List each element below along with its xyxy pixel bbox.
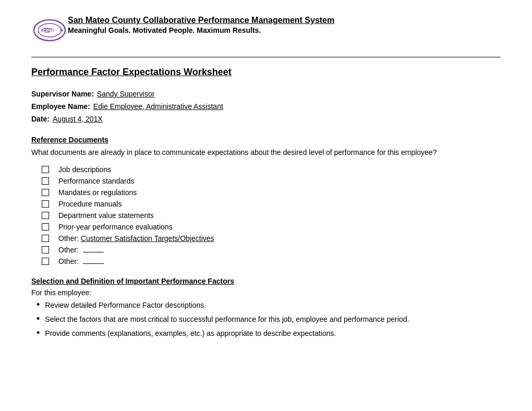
bullet-icon-3: • xyxy=(37,328,40,339)
list-item: Other: xyxy=(42,246,501,254)
other-link-1[interactable]: Customer Satisfaction Targets/Objectives xyxy=(81,234,214,243)
checkbox-label-performance-standards: Performance standards xyxy=(58,177,135,185)
checkbox-dept-value[interactable] xyxy=(42,212,49,219)
supervisor-line: Supervisor Name: Sandy Supervisor xyxy=(31,88,501,101)
selection-section-title: Selection and Definition of Important Pe… xyxy=(31,277,501,285)
header-title: San Mateo County Collaborative Performan… xyxy=(68,16,334,25)
list-item: Performance standards xyxy=(42,177,501,185)
employee-value: Edie Employee, Administrative Assistant xyxy=(93,101,223,113)
date-value: August 4, 201X xyxy=(53,113,103,126)
checkbox-mandates[interactable] xyxy=(42,189,49,196)
checkbox-label-other-1: Other: Customer Satisfaction Targets/Obj… xyxy=(58,234,214,243)
header-text-block: San Mateo County Collaborative Performan… xyxy=(68,16,334,34)
date-line: Date: August 4, 201X xyxy=(31,113,501,126)
selection-section: Selection and Definition of Important Pe… xyxy=(31,277,501,339)
checkbox-label-other-3: Other: xyxy=(58,257,104,265)
list-item: Job descriptions xyxy=(42,165,501,174)
reference-documents-title: Reference Documents xyxy=(31,136,501,144)
list-item: Mandates or regulations xyxy=(42,188,501,197)
bullet-icon-1: • xyxy=(37,300,40,310)
date-label: Date: xyxy=(31,113,50,126)
header-divider xyxy=(31,57,501,57)
page-title: Performance Factor Expectations Workshee… xyxy=(31,67,501,78)
for-employee-text: For this employee: xyxy=(31,288,501,297)
checkbox-procedure-manuals[interactable] xyxy=(42,200,49,208)
checkbox-other-1[interactable] xyxy=(42,235,49,242)
employee-line: Employee Name: Edie Employee, Administra… xyxy=(31,101,501,113)
bullet-icon-2: • xyxy=(37,314,40,324)
cpms-logo: CPMS xyxy=(31,16,68,44)
reference-documents-section: Reference Documents What documents are a… xyxy=(31,136,501,265)
reference-documents-list: Job descriptions Performance standards M… xyxy=(42,165,501,265)
bullet-text-2: Select the factors that are most critica… xyxy=(45,314,409,325)
other-blank-3 xyxy=(83,263,104,264)
checkbox-label-prior-year: Prior-year performance evaluations xyxy=(58,223,173,231)
list-item: Other: xyxy=(42,257,501,265)
list-item: Department value statements xyxy=(42,211,501,220)
checkbox-performance-standards[interactable] xyxy=(42,177,49,185)
checkbox-label-other-2: Other: xyxy=(58,246,104,254)
checkbox-other-3[interactable] xyxy=(42,258,49,265)
header-subtitle: Meaningful Goals. Motivated People. Maxi… xyxy=(68,26,334,34)
supervisor-label: Supervisor Name: xyxy=(31,88,94,101)
svg-text:CPMS: CPMS xyxy=(43,28,56,33)
list-item: Other: Customer Satisfaction Targets/Obj… xyxy=(42,234,501,243)
checkbox-prior-year[interactable] xyxy=(42,223,49,231)
checkbox-label-dept-value: Department value statements xyxy=(58,211,154,220)
checkbox-label-job-descriptions: Job descriptions xyxy=(58,165,111,174)
reference-documents-description: What documents are already in place to c… xyxy=(31,147,501,158)
employee-label: Employee Name: xyxy=(31,101,90,113)
checkbox-job-descriptions[interactable] xyxy=(42,166,49,173)
list-item: Procedure manuals xyxy=(42,200,501,208)
checkbox-label-mandates: Mandates or regulations xyxy=(58,188,137,197)
list-item: • Provide comments (explanations, exampl… xyxy=(37,328,501,339)
other-blank-2 xyxy=(83,252,104,252)
bullet-text-1: Review detailed Performance Factor descr… xyxy=(45,300,206,311)
page-header: CPMS San Mateo County Collaborative Perf… xyxy=(31,16,501,44)
list-item: • Review detailed Performance Factor des… xyxy=(37,300,501,311)
list-item: • Select the factors that are most criti… xyxy=(37,314,501,325)
bullet-text-3: Provide comments (explanations, examples… xyxy=(45,328,336,339)
list-item: Prior-year performance evaluations xyxy=(42,223,501,231)
supervisor-value: Sandy Supervisor xyxy=(97,88,155,101)
checkbox-label-procedure-manuals: Procedure manuals xyxy=(58,200,122,208)
checkbox-other-2[interactable] xyxy=(42,246,49,253)
selection-bullet-list: • Review detailed Performance Factor des… xyxy=(31,300,501,339)
info-block: Supervisor Name: Sandy Supervisor Employ… xyxy=(31,88,501,125)
